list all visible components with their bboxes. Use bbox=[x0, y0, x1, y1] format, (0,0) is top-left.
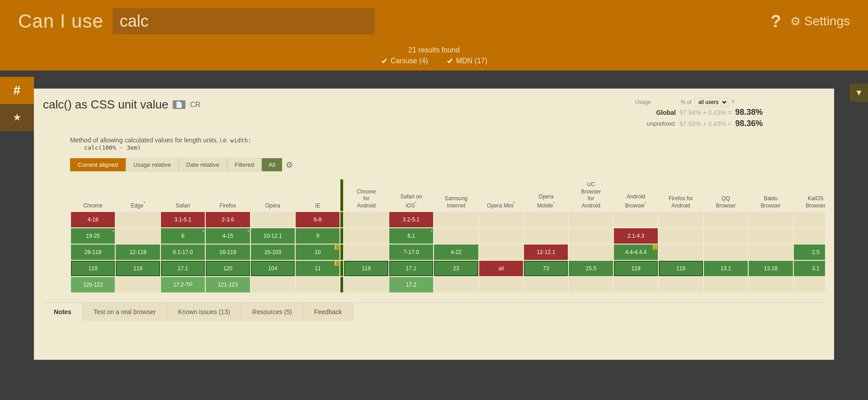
version-cell-safari_ios[interactable]: 3.2-5.1 bbox=[389, 212, 433, 227]
version-cell-ie[interactable]: 113 bbox=[296, 261, 340, 276]
version-cell-uc_browser[interactable] bbox=[569, 245, 613, 260]
tab-all[interactable]: All bbox=[262, 158, 282, 171]
version-cell-opera_mobile[interactable]: 73 bbox=[524, 261, 568, 276]
version-cell-android_browser[interactable] bbox=[614, 277, 658, 292]
version-cell-safari[interactable]: 6▪ bbox=[161, 228, 205, 244]
version-cell-safari[interactable]: 17.2-TP bbox=[161, 277, 205, 292]
version-cell-qq[interactable] bbox=[704, 228, 748, 244]
version-cell-firefox_android[interactable] bbox=[659, 212, 703, 227]
search-input[interactable] bbox=[113, 8, 375, 34]
version-cell-chrome_android[interactable] bbox=[344, 245, 388, 260]
users-select[interactable]: all users bbox=[694, 98, 728, 107]
version-cell-opera_mobile[interactable]: 12-12.1 bbox=[524, 245, 568, 260]
version-cell-android_browser[interactable] bbox=[614, 212, 658, 227]
version-cell-samsung[interactable] bbox=[434, 228, 478, 244]
version-cell-safari_ios[interactable]: 6.1▪ bbox=[389, 228, 433, 244]
version-cell-ie[interactable]: 9 bbox=[296, 228, 340, 244]
version-cell-firefox[interactable]: 2-3.6 bbox=[206, 212, 250, 227]
version-cell-opera[interactable]: 15-103 bbox=[251, 245, 295, 260]
usage-question[interactable]: ? bbox=[731, 99, 735, 106]
version-cell-firefox_android[interactable] bbox=[659, 228, 703, 244]
version-cell-opera_mini[interactable] bbox=[479, 245, 523, 260]
version-cell-uc_browser[interactable] bbox=[569, 228, 613, 244]
tab-test-browser[interactable]: Test on a real browser bbox=[83, 303, 167, 321]
version-cell-opera_mini[interactable] bbox=[479, 228, 523, 244]
settings-button[interactable]: ⚙ Settings bbox=[790, 14, 850, 28]
version-cell-chrome_android[interactable] bbox=[344, 228, 388, 244]
version-cell-baidu[interactable]: 13.18 bbox=[749, 261, 793, 276]
version-cell-qq[interactable] bbox=[704, 245, 748, 260]
version-cell-safari_ios[interactable]: 17.1 bbox=[389, 261, 433, 276]
version-cell-kaios[interactable]: 2.5 bbox=[794, 245, 826, 260]
tab-usage-relative[interactable]: Usage relative bbox=[126, 158, 179, 171]
version-cell-opera_mini[interactable] bbox=[479, 277, 523, 292]
version-cell-firefox_android[interactable]: 119 bbox=[659, 261, 703, 276]
tab-resources[interactable]: Resources (5) bbox=[241, 303, 303, 321]
version-cell-qq[interactable] bbox=[704, 277, 748, 292]
version-cell-safari[interactable]: 3.1-5.1 bbox=[161, 212, 205, 227]
caniuse-filter[interactable]: Caniuse (4) bbox=[381, 57, 428, 65]
version-cell-edge[interactable] bbox=[116, 212, 160, 227]
version-cell-opera_mini[interactable]: all bbox=[479, 261, 523, 276]
version-cell-firefox[interactable]: 120 bbox=[206, 261, 250, 276]
version-cell-ie[interactable] bbox=[296, 277, 340, 292]
version-cell-firefox[interactable]: 16-119 bbox=[206, 245, 250, 260]
tab-date-relative[interactable]: Date relative bbox=[179, 158, 227, 171]
version-cell-baidu[interactable] bbox=[749, 212, 793, 227]
version-cell-safari[interactable]: 17.1 bbox=[161, 261, 205, 276]
version-cell-uc_browser[interactable] bbox=[569, 212, 613, 227]
version-cell-edge[interactable]: 12-118 bbox=[116, 245, 160, 260]
version-cell-opera[interactable]: 104 bbox=[251, 261, 295, 276]
version-cell-firefox_android[interactable] bbox=[659, 245, 703, 260]
version-cell-opera[interactable]: 10-12.1 bbox=[251, 228, 295, 244]
anchor-icon[interactable]: # bbox=[0, 77, 34, 104]
version-cell-chrome_android[interactable]: 119 bbox=[344, 261, 388, 276]
version-cell-opera[interactable] bbox=[251, 212, 295, 227]
tab-current-aligned[interactable]: Current aligned bbox=[70, 158, 126, 171]
tab-feedback[interactable]: Feedback bbox=[303, 303, 353, 321]
version-cell-chrome[interactable]: 26-118 bbox=[71, 245, 115, 260]
version-cell-firefox_android[interactable] bbox=[659, 277, 703, 292]
filter-icon[interactable]: ▼ bbox=[850, 84, 868, 102]
version-cell-ie[interactable]: 103 bbox=[296, 245, 340, 260]
version-cell-edge[interactable] bbox=[116, 228, 160, 244]
version-cell-opera_mobile[interactable] bbox=[524, 277, 568, 292]
version-cell-opera_mini[interactable] bbox=[479, 212, 523, 227]
version-cell-edge[interactable] bbox=[116, 277, 160, 292]
version-cell-samsung[interactable] bbox=[434, 277, 478, 292]
version-cell-opera[interactable] bbox=[251, 277, 295, 292]
version-cell-chrome[interactable]: 19-25▪ bbox=[71, 228, 115, 244]
version-cell-samsung[interactable] bbox=[434, 212, 478, 227]
version-cell-samsung[interactable]: 23 bbox=[434, 261, 478, 276]
version-cell-baidu[interactable] bbox=[749, 277, 793, 292]
table-settings-icon[interactable]: ⚙ bbox=[286, 160, 293, 170]
version-cell-kaios[interactable]: 3.1 bbox=[794, 261, 826, 276]
version-cell-chrome[interactable]: 120-122 bbox=[71, 277, 115, 292]
version-cell-kaios[interactable] bbox=[794, 277, 826, 292]
tab-notes[interactable]: Notes bbox=[43, 303, 83, 321]
mdn-checkbox[interactable] bbox=[446, 57, 453, 65]
version-cell-android_browser[interactable]: 2.1-4.3 bbox=[614, 228, 658, 244]
tab-known-issues[interactable]: Known issues (13) bbox=[167, 303, 241, 321]
tab-filtered[interactable]: Filtered bbox=[227, 158, 262, 171]
version-cell-opera_mobile[interactable] bbox=[524, 228, 568, 244]
version-cell-kaios[interactable] bbox=[794, 228, 826, 244]
version-cell-firefox[interactable]: 4-15▪ bbox=[206, 228, 250, 244]
star-icon[interactable]: ★ bbox=[0, 104, 34, 131]
version-cell-edge[interactable]: 119 bbox=[116, 261, 160, 276]
version-cell-baidu[interactable] bbox=[749, 228, 793, 244]
version-cell-chrome_android[interactable] bbox=[344, 277, 388, 292]
version-cell-chrome[interactable]: 4-18 bbox=[71, 212, 115, 227]
version-cell-qq[interactable]: 13.1 bbox=[704, 261, 748, 276]
version-cell-qq[interactable] bbox=[704, 212, 748, 227]
version-cell-safari_ios[interactable]: 7-17.0 bbox=[389, 245, 433, 260]
mdn-filter[interactable]: MDN (17) bbox=[446, 57, 487, 65]
version-cell-safari_ios[interactable]: 17.2 bbox=[389, 277, 433, 292]
version-cell-safari[interactable]: 6.1-17.0 bbox=[161, 245, 205, 260]
version-cell-chrome[interactable]: 119 bbox=[71, 261, 115, 276]
version-cell-android_browser[interactable]: 119 bbox=[614, 261, 658, 276]
version-cell-android_browser[interactable]: 4.4-4.4.41 bbox=[614, 245, 658, 260]
version-cell-samsung[interactable]: 4-22 bbox=[434, 245, 478, 260]
version-cell-firefox[interactable]: 121-123 bbox=[206, 277, 250, 292]
version-cell-opera_mobile[interactable] bbox=[524, 212, 568, 227]
